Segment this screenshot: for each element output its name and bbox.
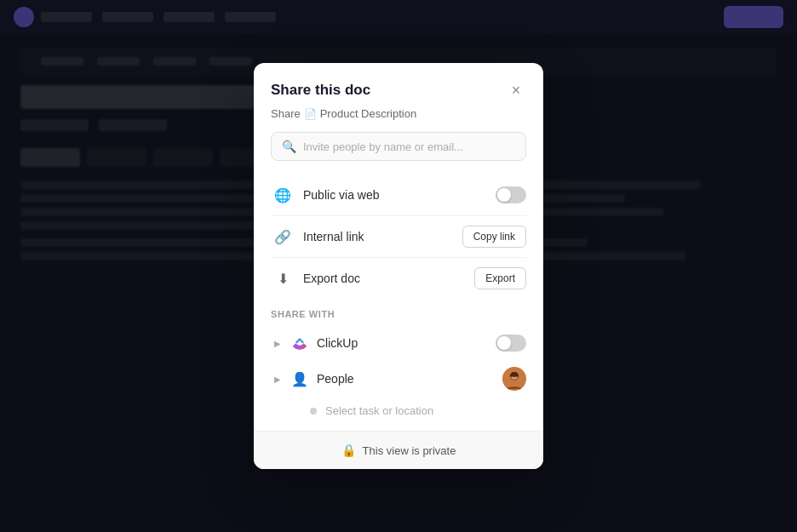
clickup-toggle[interactable]: [496, 335, 526, 352]
select-location-row[interactable]: Select task or location: [271, 398, 526, 424]
search-input[interactable]: [303, 140, 515, 153]
clickup-label: ClickUp: [317, 336, 496, 350]
globe-icon: 🌐: [271, 183, 295, 207]
share-row-clickup: ▶: [271, 326, 526, 360]
modal-title: Share this doc: [271, 82, 370, 99]
doc-icon: 📄: [304, 108, 317, 120]
subtitle-prefix: Share: [271, 107, 301, 120]
share-with-list: ▶: [254, 326, 543, 424]
link-icon: 🔗: [271, 225, 295, 249]
people-label: People: [317, 372, 502, 386]
share-modal: Share this doc × Share 📄 Product Descrip…: [254, 63, 543, 469]
select-location-label[interactable]: Select task or location: [325, 404, 433, 417]
copy-link-button[interactable]: Copy link: [462, 226, 526, 248]
internal-link-label: Internal link: [303, 230, 462, 243]
share-with-label: SHARE WITH: [254, 299, 543, 326]
location-dot: [310, 408, 317, 415]
close-button[interactable]: ×: [506, 80, 526, 100]
option-internal-link: 🔗 Internal link Copy link: [271, 216, 526, 258]
modal-header: Share this doc ×: [254, 63, 543, 107]
search-area: 🔍: [254, 132, 543, 174]
option-public-web: 🌐 Public via web: [271, 174, 526, 216]
clickup-logo-icon: [290, 333, 310, 353]
public-web-toggle[interactable]: [496, 186, 526, 203]
people-expand-arrow[interactable]: ▶: [271, 372, 284, 386]
options-list: 🌐 Public via web 🔗 Internal link Copy li…: [254, 174, 543, 299]
subtitle-doc-name: Product Description: [320, 107, 416, 120]
modal-footer: 🔒 This view is private: [254, 431, 543, 469]
modal-overlay: Share this doc × Share 📄 Product Descrip…: [0, 0, 797, 532]
user-avatar: [502, 367, 526, 391]
option-export-doc: ⬇ Export doc Export: [271, 258, 526, 299]
footer-text: This view is private: [363, 444, 456, 457]
public-web-label: Public via web: [303, 188, 496, 202]
share-row-people: ▶ 👤 People: [271, 360, 526, 398]
person-icon: 👤: [291, 371, 308, 387]
lock-icon: 🔒: [341, 443, 356, 457]
export-button[interactable]: Export: [474, 267, 526, 289]
search-wrap[interactable]: 🔍: [271, 132, 526, 161]
clickup-expand-arrow[interactable]: ▶: [271, 336, 284, 350]
export-doc-label: Export doc: [303, 272, 474, 285]
modal-subtitle: Share 📄 Product Description: [254, 107, 543, 132]
export-icon: ⬇: [271, 266, 295, 290]
search-icon: 🔍: [282, 140, 296, 153]
people-icon-wrap: 👤: [290, 369, 310, 389]
